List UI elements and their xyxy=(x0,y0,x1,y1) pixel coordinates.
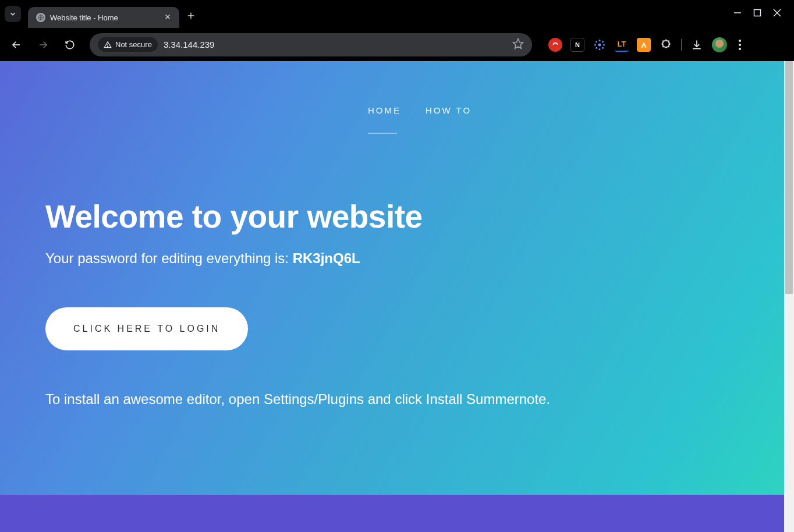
tab-title: Website title - Home xyxy=(50,13,159,22)
url-text: 3.34.144.239 xyxy=(164,40,215,49)
extension-notion-icon[interactable]: N xyxy=(570,38,584,52)
new-tab-button[interactable] xyxy=(186,11,196,23)
extensions-menu-icon[interactable] xyxy=(659,38,673,52)
tab-close-icon[interactable] xyxy=(164,13,171,22)
svg-point-14 xyxy=(598,43,601,46)
svg-marker-13 xyxy=(513,38,523,48)
svg-point-20 xyxy=(602,41,604,42)
svg-point-12 xyxy=(108,46,108,47)
address-bar[interactable]: Not secure 3.34.144.239 xyxy=(90,33,532,56)
browser-tab[interactable]: Website title - Home xyxy=(28,7,179,28)
extension-icons: N LT xyxy=(548,36,745,54)
tab-search-dropdown[interactable] xyxy=(5,6,21,22)
vertical-scrollbar[interactable] xyxy=(784,61,794,532)
downloads-icon[interactable] xyxy=(690,38,704,52)
profile-avatar[interactable] xyxy=(712,37,727,52)
reload-button[interactable] xyxy=(59,34,80,55)
svg-point-19 xyxy=(596,41,597,42)
password-subtitle: Your password for editing everything is:… xyxy=(45,250,794,267)
warning-icon xyxy=(104,41,112,49)
extension-icon-1[interactable] xyxy=(548,38,562,52)
maximize-button[interactable] xyxy=(753,9,761,19)
toolbar: Not secure 3.34.144.239 N LT xyxy=(0,28,794,61)
svg-point-16 xyxy=(599,48,601,50)
svg-point-21 xyxy=(596,47,597,48)
extension-icon-3[interactable] xyxy=(593,38,607,52)
forward-button[interactable] xyxy=(33,34,54,55)
bookmark-star-icon[interactable] xyxy=(512,38,524,52)
svg-point-18 xyxy=(603,44,605,45)
svg-point-15 xyxy=(599,40,601,41)
minimize-button[interactable] xyxy=(733,9,742,19)
tab-bar: Website title - Home xyxy=(0,0,794,28)
extension-languagetool-icon[interactable]: LT xyxy=(615,38,629,52)
svg-rect-6 xyxy=(754,10,761,16)
back-button[interactable] xyxy=(6,34,27,55)
svg-point-17 xyxy=(594,44,596,45)
login-button[interactable]: CLICK HERE TO LOGIN xyxy=(45,307,248,350)
security-indicator[interactable]: Not secure xyxy=(98,37,158,52)
subtitle-password: RK3jnQ6L xyxy=(293,250,360,266)
browser-menu-icon[interactable] xyxy=(735,36,745,54)
close-window-button[interactable] xyxy=(773,9,781,19)
page-viewport: HOME HOW TO Welcome to your website Your… xyxy=(0,61,794,532)
site-nav: HOME HOW TO xyxy=(45,105,794,134)
globe-icon xyxy=(36,13,45,22)
toolbar-separator xyxy=(681,39,682,51)
extension-icon-5[interactable] xyxy=(637,38,651,52)
nav-link-home[interactable]: HOME xyxy=(368,105,401,134)
browser-chrome: Website title - Home Not secure 3.34.144… xyxy=(0,0,794,61)
footer-band xyxy=(0,495,794,532)
nav-link-how-to[interactable]: HOW TO xyxy=(426,105,472,134)
subtitle-prefix: Your password for editing everything is: xyxy=(45,250,293,266)
hero-section: HOME HOW TO Welcome to your website Your… xyxy=(0,61,794,495)
scrollbar-thumb[interactable] xyxy=(785,61,793,294)
window-controls xyxy=(733,9,789,19)
page-headline: Welcome to your website xyxy=(45,198,794,235)
security-label: Not secure xyxy=(115,40,152,49)
editor-hint: To install an awesome editor, open Setti… xyxy=(45,391,794,407)
svg-point-22 xyxy=(602,47,604,48)
